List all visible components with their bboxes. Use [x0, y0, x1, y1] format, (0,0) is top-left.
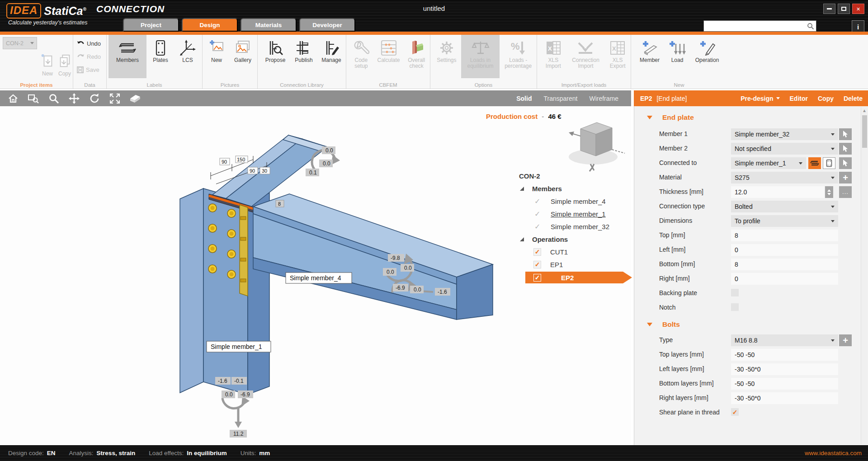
gallery-button[interactable]: Gallery [229, 35, 257, 78]
right-layers-input[interactable] [731, 392, 838, 404]
manage-button[interactable]: Manage [317, 35, 345, 78]
member4-label[interactable]: Simple member_4 [286, 273, 352, 283]
xls-import-button[interactable]: X XLS Import [540, 35, 567, 78]
collapse-triangle-icon[interactable] [647, 323, 652, 326]
connection-type-dropdown[interactable]: Bolted [731, 201, 838, 212]
calculate-button[interactable]: Calculate [374, 35, 403, 78]
save-button[interactable]: Save [77, 65, 101, 75]
view-mode-transparent[interactable]: Transparent [543, 95, 577, 102]
close-button[interactable]: × [852, 4, 864, 14]
tab-materials[interactable]: Materials [241, 18, 297, 32]
collapse-triangle-icon[interactable] [647, 116, 652, 119]
connect-to-member-button[interactable] [808, 157, 821, 169]
member2-pick-button[interactable] [839, 143, 852, 155]
viewport-3d[interactable]: 90 150 90 30 8 0.0 0.0 0.1 [0, 106, 631, 445]
connection-select[interactable]: CON-2 [3, 37, 37, 49]
minimize-button[interactable] [823, 4, 835, 14]
checkbox-checked-icon[interactable]: ✓ [533, 261, 541, 268]
loads-in-equilibrium-button[interactable]: Loads in equilibrium [461, 35, 500, 78]
dimensions-dropdown[interactable]: To profile [731, 215, 838, 227]
new-picture-button[interactable]: New [204, 35, 229, 78]
plates-labels-button[interactable]: Plates [146, 35, 175, 78]
overall-check-button[interactable]: Overall check [403, 35, 430, 78]
lcs-labels-button[interactable]: LCS [175, 35, 201, 78]
panel-scrollbar[interactable]: ▲ [861, 107, 868, 444]
connected-to-pick-button[interactable] [839, 157, 852, 169]
zoom-button[interactable] [47, 93, 61, 104]
zoom-window-button[interactable] [27, 93, 40, 104]
right-input[interactable] [731, 273, 838, 285]
navigation-cube[interactable] [569, 122, 625, 171]
member1-label[interactable]: Simple member_1 [207, 341, 271, 352]
material-dropdown[interactable]: S275 [731, 172, 838, 183]
section-end-plate[interactable]: End plate [634, 111, 851, 124]
new-operation-button[interactable]: Operation [690, 35, 724, 78]
bolt-type-dropdown[interactable]: M16 8.8 [731, 334, 838, 346]
tree-group-operations[interactable]: Operations [515, 233, 632, 245]
solid-view-button[interactable] [128, 93, 142, 104]
new-member-button[interactable]: Member [635, 35, 665, 78]
top-layers-input[interactable] [731, 349, 838, 361]
checkbox-checked-icon[interactable]: ✓ [533, 248, 541, 256]
bottom-input[interactable] [731, 259, 838, 270]
undo-button[interactable]: Undo [77, 38, 101, 49]
editor-button[interactable]: Editor [790, 95, 808, 102]
tree-item-ep2-selected[interactable]: ✓ EP2 [515, 271, 632, 284]
tree-root-con2[interactable]: CON-2 [515, 169, 632, 182]
propose-button[interactable]: Propose [260, 35, 290, 78]
delete-operation-button[interactable]: Delete [844, 95, 863, 102]
scrollbar-thumb[interactable] [862, 115, 867, 148]
view-mode-wireframe[interactable]: Wireframe [589, 95, 618, 102]
collapse-icon[interactable] [520, 187, 524, 191]
tree-item-simple-member-32[interactable]: ✓ Simple member_32 [515, 220, 632, 233]
bottom-layers-input[interactable] [731, 378, 838, 390]
predesign-dropdown[interactable]: Pre-design [741, 95, 779, 102]
notch-checkbox[interactable] [731, 303, 739, 311]
view-mode-solid[interactable]: Solid [516, 95, 532, 102]
tree-item-cut1[interactable]: ✓ CUT1 [515, 245, 632, 258]
tab-project[interactable]: Project [123, 18, 179, 32]
tree-item-simple-member-4[interactable]: ✓ Simple member_4 [515, 195, 632, 207]
section-bolts[interactable]: Bolts [634, 318, 851, 331]
add-bolt-type-button[interactable]: + [839, 334, 852, 346]
tree-group-members[interactable]: Members [515, 182, 632, 195]
checkbox-checked-icon[interactable]: ✓ [533, 274, 541, 282]
connection-import-button[interactable]: Connection Import [567, 35, 605, 78]
settings-button[interactable]: Settings [432, 35, 461, 78]
left-input[interactable] [731, 244, 838, 256]
new-load-button[interactable]: Load [665, 35, 690, 78]
search-input[interactable] [703, 20, 816, 32]
tab-developer[interactable]: Developer [299, 18, 355, 32]
redo-button[interactable]: Redo [77, 52, 101, 62]
member1-pick-button[interactable] [839, 128, 852, 140]
connect-to-plate-button[interactable] [823, 157, 835, 169]
ideastatica-link[interactable]: www.ideastatica.com [805, 450, 862, 456]
shear-plane-checkbox[interactable]: ✓ [731, 408, 739, 416]
backing-plate-checkbox[interactable] [731, 289, 739, 296]
info-button[interactable]: i [852, 20, 864, 33]
maximize-button[interactable] [838, 4, 850, 14]
thickness-input[interactable] [731, 186, 824, 198]
code-setup-button[interactable]: Code setup [348, 35, 374, 78]
publish-button[interactable]: Publish [290, 35, 317, 78]
tab-design[interactable]: Design [182, 18, 238, 32]
home-view-button[interactable] [6, 93, 20, 104]
scroll-up-icon[interactable]: ▲ [862, 108, 867, 114]
thickness-stepper[interactable] [825, 186, 833, 198]
members-labels-button[interactable]: Members [108, 35, 146, 78]
add-material-button[interactable]: + [839, 172, 852, 183]
top-input[interactable] [731, 230, 838, 241]
collapse-icon[interactable] [520, 237, 524, 241]
member2-dropdown[interactable]: Not specified [731, 143, 838, 155]
pan-button[interactable] [67, 93, 81, 104]
copy-operation-button[interactable]: Copy [818, 95, 834, 102]
tree-item-ep1[interactable]: ✓ EP1 [515, 258, 632, 271]
xls-export-button[interactable]: X XLS Export [604, 35, 631, 78]
fit-view-button[interactable] [108, 93, 122, 104]
left-layers-input[interactable] [731, 363, 838, 375]
tree-item-simple-member-1[interactable]: ✓ Simple member_1 [515, 207, 632, 220]
loads-percentage-button[interactable]: % Loads - percentage [500, 35, 537, 78]
member1-dropdown[interactable]: Simple member_32 [731, 128, 838, 140]
rotate-view-button[interactable] [88, 93, 101, 104]
connected-to-dropdown[interactable]: Simple member_1 [731, 157, 806, 169]
